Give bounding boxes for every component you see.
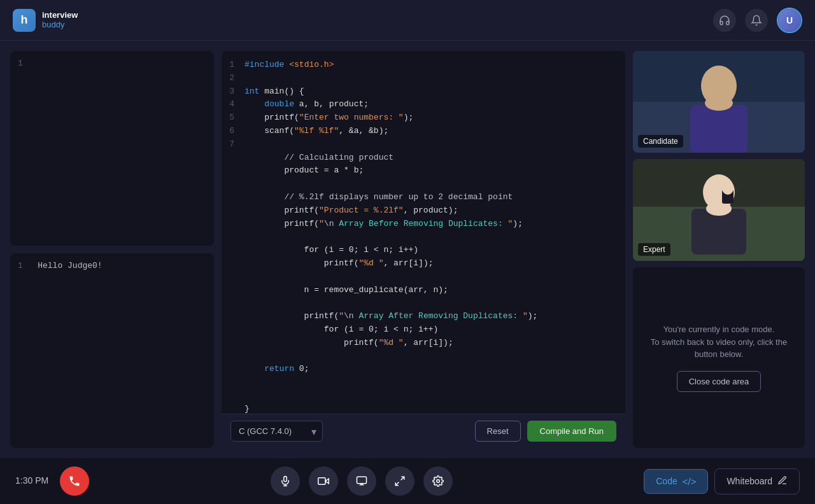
- toolbar-buttons: Reset Compile and Run: [475, 421, 616, 442]
- svg-point-11: [722, 182, 734, 195]
- logo-line2: buddy: [42, 20, 78, 29]
- svg-rect-17: [357, 477, 366, 484]
- logo-icon: h: [13, 9, 36, 32]
- code-content[interactable]: #include <stdio.h> int main() { double a…: [244, 59, 620, 406]
- svg-rect-3: [690, 105, 748, 153]
- svg-line-20: [395, 482, 399, 486]
- logo-line1: interview: [42, 11, 78, 20]
- close-code-area-button[interactable]: Close code area: [677, 371, 762, 392]
- logo-text: interview buddy: [42, 11, 78, 29]
- header-right: U: [713, 8, 802, 33]
- code-toolbar: C (GCC 7.4.0) C++ (GCC 7.4.0) Python 3 J…: [222, 414, 625, 448]
- candidate-video-card: Candidate: [633, 51, 805, 153]
- expand-button[interactable]: [385, 466, 415, 496]
- expert-label: Expert: [638, 243, 670, 256]
- language-select[interactable]: C (GCC 7.4.0) C++ (GCC 7.4.0) Python 3 J…: [230, 421, 323, 442]
- logo-area: h interview buddy: [13, 9, 78, 32]
- time-display: 1:30 PM: [15, 466, 89, 496]
- bottom-bar: 1:30 PM: [0, 458, 815, 504]
- notification-icon-btn[interactable]: [745, 9, 768, 32]
- microphone-button[interactable]: [271, 466, 300, 496]
- code-icon: </>: [683, 476, 697, 487]
- compile-run-button[interactable]: Compile and Run: [527, 421, 616, 442]
- expert-video-card: Expert: [633, 159, 805, 261]
- svg-line-19: [400, 477, 404, 480]
- svg-point-9: [706, 202, 732, 216]
- settings-button[interactable]: [423, 466, 453, 496]
- top-output-panel: 1: [10, 51, 214, 246]
- screen-share-button[interactable]: [347, 466, 376, 496]
- code-mode-info-card: You're currently in code mode.To switch …: [633, 267, 805, 448]
- code-editor[interactable]: 1234567 #include <stdio.h> int main() { …: [222, 51, 625, 414]
- whiteboard-icon: [777, 475, 788, 487]
- svg-marker-15: [325, 479, 329, 484]
- bottom-center-controls: [271, 466, 453, 496]
- avatar: U: [778, 9, 801, 32]
- header: h interview buddy U: [0, 0, 815, 41]
- bottom-right-tabs: Code </> Whiteboard: [634, 468, 800, 494]
- main-content: 1 1 Hello Judge0! 1234567 #include <stdi…: [0, 41, 815, 458]
- tab-whiteboard-button[interactable]: Whiteboard: [714, 468, 800, 494]
- candidate-label: Candidate: [638, 135, 683, 148]
- left-panel: 1 1 Hello Judge0!: [10, 51, 214, 448]
- code-mode-info-text: You're currently in code mode.To switch …: [651, 323, 787, 361]
- bottom-output-content: Hello Judge0!: [38, 261, 102, 270]
- user-avatar-btn[interactable]: U: [777, 8, 802, 33]
- right-panel: Candidate Expert You're currently in cod…: [633, 51, 805, 448]
- line-numbers: 1234567: [227, 59, 244, 406]
- tab-whiteboard-label: Whiteboard: [726, 476, 772, 486]
- language-select-wrapper[interactable]: C (GCC 7.4.0) C++ (GCC 7.4.0) Python 3 J…: [230, 421, 323, 442]
- top-line-number: 1: [18, 59, 32, 68]
- svg-rect-16: [318, 478, 325, 485]
- bottom-output-panel: 1 Hello Judge0!: [10, 253, 214, 448]
- camera-button[interactable]: [309, 466, 338, 496]
- reset-button[interactable]: Reset: [475, 421, 521, 442]
- code-editor-panel: 1234567 #include <stdio.h> int main() { …: [222, 51, 625, 448]
- tab-code-button[interactable]: Code </>: [644, 469, 708, 494]
- bottom-line-number: 1: [18, 261, 32, 270]
- end-call-button[interactable]: [60, 466, 89, 496]
- headphone-icon-btn[interactable]: [713, 9, 736, 32]
- svg-point-21: [437, 480, 440, 483]
- svg-rect-12: [284, 477, 287, 482]
- tab-code-label: Code: [656, 476, 677, 486]
- svg-point-4: [705, 95, 733, 111]
